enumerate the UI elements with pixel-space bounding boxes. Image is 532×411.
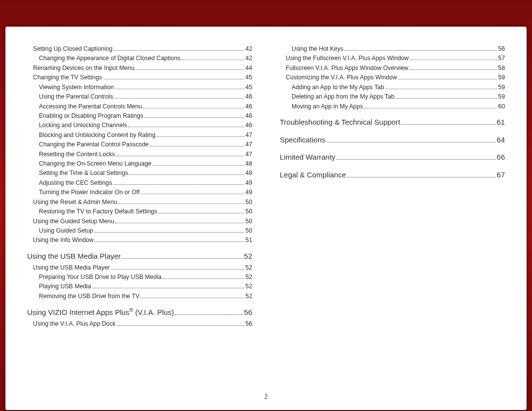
toc-entry[interactable]: Removing the USB Drive from the TV52	[27, 292, 252, 301]
toc-page: 45	[245, 83, 252, 92]
toc-label: Using the Guided Setup Menu	[33, 217, 114, 226]
document-page: Setting Up Closed Captioning42Changing t…	[5, 27, 527, 410]
toc-entry[interactable]: Using Guided Setup50	[27, 226, 252, 236]
toc-leader	[140, 298, 244, 298]
toc-entry[interactable]: Turning the Power Indicator On or Off49	[27, 188, 252, 197]
toc-leader	[364, 108, 497, 108]
toc-page: 42	[245, 44, 252, 54]
toc-entry[interactable]: Setting Up Closed Captioning42	[27, 44, 252, 54]
toc-entry[interactable]: Resetting the Content Locks47	[27, 150, 252, 159]
toc-label: Troubleshooting & Technical Support	[280, 116, 400, 128]
toc-entry[interactable]: Blocking and Unblocking Content by Ratin…	[27, 131, 252, 140]
toc-page: 42	[245, 54, 252, 63]
toc-page: 46	[245, 92, 252, 102]
toc-label: Playing USB Media	[39, 282, 91, 291]
toc-leader	[135, 69, 245, 70]
toc-page: 57	[498, 54, 505, 63]
toc-label: Resetting the Content Locks	[39, 150, 115, 159]
toc-entry[interactable]: Adding an App to the My Apps Tab59	[280, 83, 505, 92]
toc-page: 50	[245, 198, 252, 207]
toc-page: 44	[245, 64, 252, 73]
toc-entry[interactable]: Using the Hot Keys56	[280, 44, 505, 54]
toc-entry[interactable]: Legal & Compliance67	[280, 169, 505, 181]
toc-label: Deleting an App from the My Apps Tab	[292, 92, 395, 102]
toc-entry[interactable]: Enabling or Disabling Program Ratings46	[27, 111, 252, 121]
toc-leader	[94, 232, 244, 233]
toc-entry[interactable]: Limited Warranty66	[280, 151, 505, 163]
toc-page: 47	[245, 150, 252, 159]
toc-label: Accessing the Parental Controls Menu	[39, 102, 142, 111]
toc-entry[interactable]: Restoring the TV to Factory Default Sett…	[27, 207, 252, 216]
toc-entry[interactable]: Customizing the V.I.A. Plus Apps Window5…	[280, 73, 505, 82]
toc-leader	[410, 60, 498, 60]
toc-entry[interactable]: Using the Parental Controls46	[27, 92, 252, 102]
toc-leader	[113, 184, 244, 185]
toc-leader	[111, 269, 244, 270]
toc-leader	[115, 89, 244, 89]
toc-label: Using the Fullscreen V.I.A. Plus Apps Wi…	[286, 54, 409, 63]
toc-entry[interactable]: Locking and Unlocking Channels46	[27, 121, 252, 130]
toc-leader	[129, 174, 244, 175]
toc-entry[interactable]: Using the V.I.A. Plus App Dock56	[27, 319, 252, 329]
toc-page: 51	[245, 236, 252, 245]
toc-label: Using the USB Media Player	[33, 263, 110, 273]
toc-entry[interactable]: Preparing Your USB Drive to Play USB Med…	[27, 273, 252, 282]
toc-leader	[122, 258, 243, 259]
toc-entry[interactable]: Adjusting the CEC Settings49	[27, 178, 252, 188]
toc-leader	[158, 213, 244, 213]
toc-entry[interactable]: Using the Guided Setup Menu50	[27, 217, 252, 226]
toc-page: 59	[498, 83, 505, 92]
toc-entry[interactable]: Renaming Devices on the Input Menu44	[27, 64, 252, 73]
toc-label: Preparing Your USB Drive to Play USB Med…	[39, 273, 162, 282]
toc-page: 46	[245, 121, 252, 130]
toc-page: 56	[245, 319, 252, 329]
toc-entry[interactable]: Viewing System Information45	[27, 83, 252, 92]
toc-page: 49	[245, 188, 252, 197]
toc-leader	[103, 79, 244, 79]
toc-entry[interactable]: Changing the TV Settings45	[27, 73, 252, 82]
toc-entry[interactable]: Changing the Parental Control Passcode47	[27, 140, 252, 149]
toc-entry[interactable]: Setting the Time & Local Settings48	[27, 169, 252, 178]
toc-label: Restoring the TV to Factory Default Sett…	[39, 207, 157, 216]
toc-entry[interactable]: Moving an App in My Apps60	[280, 102, 505, 111]
toc-page: 64	[497, 134, 505, 146]
toc-entry[interactable]: Using the Reset & Admin Menu50	[27, 198, 252, 207]
toc-entry[interactable]: Changing the On-Screen Menu Language48	[27, 159, 252, 169]
toc-column-left: Setting Up Closed Captioning42Changing t…	[27, 44, 252, 390]
toc-leader	[143, 108, 244, 108]
toc-entry[interactable]: Deleting an App from the My Apps Tab59	[280, 92, 505, 102]
toc-entry[interactable]: Fullscreen V.I.A. Plus Apps Window Overv…	[280, 64, 505, 73]
toc-leader	[398, 79, 498, 79]
toc-label: Fullscreen V.I.A. Plus Apps Window Overv…	[286, 64, 408, 73]
toc-label: Adjusting the CEC Settings	[39, 178, 112, 188]
toc-entry[interactable]: Using VIZIO Internet Apps Plus® (V.I.A. …	[27, 306, 252, 318]
toc-page: 56	[498, 44, 505, 54]
toc-leader	[401, 124, 496, 125]
toc-label: Using the Parental Controls	[39, 92, 113, 102]
toc-label: Moving an App in My Apps	[292, 102, 363, 111]
toc-page: 52	[245, 292, 252, 301]
toc-page: 49	[245, 178, 252, 188]
toc-entry[interactable]: Using the Info Window51	[27, 236, 252, 245]
toc-leader	[117, 325, 245, 326]
toc-entry[interactable]: Using the USB Media Player52	[27, 263, 252, 273]
toc-entry[interactable]: Specifications64	[280, 134, 505, 146]
toc-page: 56	[244, 307, 252, 318]
toc-leader	[113, 50, 244, 51]
toc-entry[interactable]: Using the Fullscreen V.I.A. Plus Apps Wi…	[280, 54, 505, 63]
toc-entry[interactable]: Changing the Appearance of Digital Close…	[27, 54, 252, 63]
toc-label: Using Guided Setup	[39, 226, 93, 236]
toc-page: 48	[245, 169, 252, 178]
toc-label: Renaming Devices on the Input Menu	[33, 64, 134, 73]
toc-label: Enabling or Disabling Program Ratings	[39, 111, 143, 121]
toc-leader	[152, 165, 244, 166]
toc-leader	[175, 314, 243, 315]
toc-entry[interactable]: Playing USB Media52	[27, 282, 252, 291]
toc-entry[interactable]: Accessing the Parental Controls Menu46	[27, 102, 252, 111]
toc-label: Legal & Compliance	[280, 169, 346, 181]
toc-label: Using the V.I.A. Plus App Dock	[33, 319, 116, 329]
toc-leader	[327, 142, 496, 142]
toc-entry[interactable]: Troubleshooting & Technical Support61	[280, 116, 505, 128]
toc-entry[interactable]: Using the USB Media Player52	[27, 250, 252, 262]
page-number: 2	[27, 393, 505, 400]
